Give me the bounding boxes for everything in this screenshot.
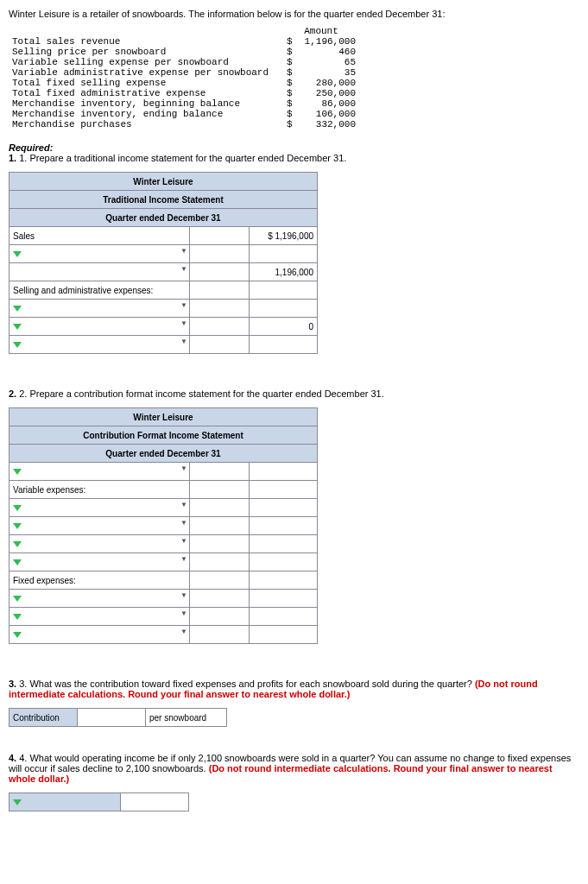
row-val: 280,000 <box>300 78 359 88</box>
row-cur: $ <box>283 98 300 109</box>
dropdown-icon <box>13 559 22 565</box>
input-cell[interactable] <box>190 608 250 626</box>
input-cell[interactable] <box>190 571 250 590</box>
input-cell[interactable] <box>190 499 250 517</box>
row-val: 106,000 <box>300 109 359 119</box>
input-cell[interactable] <box>190 281 250 300</box>
row-val: 86,000 <box>300 98 359 109</box>
input-cell[interactable] <box>250 245 318 263</box>
input-cell[interactable] <box>250 553 318 571</box>
row-desc: Variable selling expense per snowboard <box>9 57 283 67</box>
row-desc: Selling price per snowboard <box>9 47 283 57</box>
dropdown-cell[interactable] <box>9 245 190 263</box>
dropdown-cell[interactable] <box>9 263 190 281</box>
dropdown-cell[interactable] <box>9 318 190 336</box>
q3-text: 3. 3. What was the contribution toward f… <box>9 679 579 699</box>
input-cell[interactable] <box>250 626 318 644</box>
input-cell[interactable] <box>190 263 250 281</box>
fe-label[interactable]: Fixed expenses: <box>9 571 190 590</box>
row-cur: $ <box>283 119 300 129</box>
dropdown-icon <box>13 469 22 475</box>
row-desc: Variable administrative expense per snow… <box>9 67 283 78</box>
input-cell[interactable] <box>190 227 250 245</box>
t2-h3: Quarter ended December 31 <box>9 445 318 463</box>
zero-cell[interactable]: 0 <box>250 318 318 336</box>
sae-label[interactable]: Selling and administrative expenses: <box>9 281 190 300</box>
given-data-table: Amount Total sales revenue$1,196,000 Sel… <box>9 26 359 129</box>
op-income-input[interactable] <box>121 793 189 811</box>
contrib-input[interactable] <box>78 709 146 727</box>
dropdown-cell[interactable] <box>9 300 190 318</box>
dropdown-icon <box>13 523 22 529</box>
row-val: 65 <box>300 57 359 67</box>
input-cell[interactable] <box>190 245 250 263</box>
row-cur: $ <box>283 88 300 98</box>
row-cur: $ <box>283 67 300 78</box>
dropdown-cell[interactable] <box>9 517 190 535</box>
dropdown-cell[interactable] <box>9 590 190 608</box>
t2-h1: Winter Leisure <box>9 408 318 426</box>
input-cell[interactable] <box>250 281 318 300</box>
t1-h2: Traditional Income Statement <box>9 191 318 209</box>
row-cur: $ <box>283 57 300 67</box>
dropdown-cell[interactable] <box>9 463 190 481</box>
input-cell[interactable] <box>190 318 250 336</box>
dropdown-icon <box>13 614 22 620</box>
input-cell[interactable] <box>250 535 318 553</box>
input-cell[interactable] <box>250 499 318 517</box>
input-cell[interactable] <box>190 590 250 608</box>
intro-text: Winter Leisure is a retailer of snowboar… <box>9 9 579 19</box>
t1-h1: Winter Leisure <box>9 173 318 191</box>
row-val: 250,000 <box>300 88 359 98</box>
row-val: 1,196,000 <box>300 36 359 47</box>
input-cell[interactable] <box>250 608 318 626</box>
contribution-income-table: Winter Leisure Contribution Format Incom… <box>9 407 318 644</box>
row-cur: $ <box>283 109 300 119</box>
input-cell[interactable] <box>190 626 250 644</box>
dropdown-icon <box>13 596 22 602</box>
ve-label[interactable]: Variable expenses: <box>9 481 190 499</box>
q2-span: 2. Prepare a contribution format income … <box>19 388 384 399</box>
required-label: Required: <box>9 142 579 153</box>
dropdown-icon <box>13 632 22 638</box>
input-cell[interactable] <box>250 590 318 608</box>
contrib-label: Contribution <box>9 709 78 727</box>
input-cell[interactable] <box>190 517 250 535</box>
dropdown-icon <box>13 342 22 348</box>
input-cell[interactable] <box>250 300 318 318</box>
row-desc: Total sales revenue <box>9 36 283 47</box>
input-cell[interactable] <box>190 553 250 571</box>
dropdown-icon <box>13 306 22 312</box>
q1-text: 1. 1. Prepare a traditional income state… <box>9 153 579 163</box>
input-cell[interactable] <box>250 463 318 481</box>
dropdown-cell[interactable] <box>9 608 190 626</box>
dropdown-cell[interactable] <box>9 336 190 354</box>
subtotal[interactable]: 1,196,000 <box>250 263 318 281</box>
input-cell[interactable] <box>250 571 318 590</box>
input-cell[interactable] <box>190 481 250 499</box>
input-cell[interactable] <box>190 336 250 354</box>
dropdown-icon <box>13 541 22 547</box>
traditional-income-table: Winter Leisure Traditional Income Statem… <box>9 172 318 354</box>
dropdown-cell[interactable] <box>9 626 190 644</box>
row-desc: Merchandise inventory, beginning balance <box>9 98 283 109</box>
dropdown-cell[interactable] <box>9 553 190 571</box>
dropdown-cell[interactable] <box>9 535 190 553</box>
dropdown-cell[interactable] <box>9 499 190 517</box>
operating-income-table <box>9 792 189 811</box>
sales-amount[interactable]: $ 1,196,000 <box>250 227 318 245</box>
input-cell[interactable] <box>250 336 318 354</box>
dropdown-icon <box>13 251 22 257</box>
dropdown-cell[interactable] <box>9 793 121 811</box>
row-val: 332,000 <box>300 119 359 129</box>
row-desc: Merchandise purchases <box>9 119 283 129</box>
q3a-span: 3. What was the contribution toward fixe… <box>19 679 475 689</box>
input-cell[interactable] <box>190 535 250 553</box>
q4-text: 4. 4. What would operating income be if … <box>9 753 579 784</box>
contribution-per-unit-table: Contribution per snowboard <box>9 708 227 727</box>
input-cell[interactable] <box>190 463 250 481</box>
input-cell[interactable] <box>190 300 250 318</box>
sales-label[interactable]: Sales <box>9 227 190 245</box>
input-cell[interactable] <box>250 517 318 535</box>
input-cell[interactable] <box>250 481 318 499</box>
